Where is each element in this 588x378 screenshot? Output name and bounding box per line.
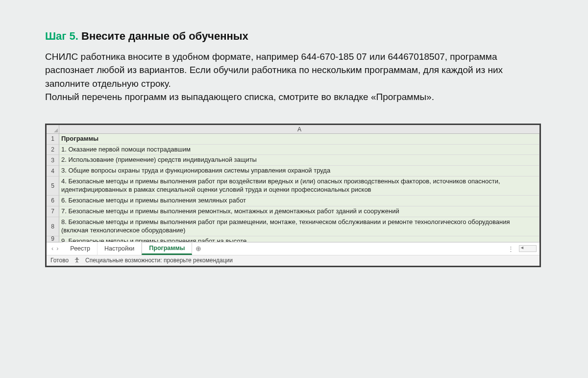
- row-number[interactable]: 3: [47, 155, 59, 166]
- step-heading: Шаг 5. Внесите данные об обученных: [45, 29, 543, 43]
- table-row: 54. Безопасные методы и приемы выполнени…: [47, 176, 539, 196]
- row-number[interactable]: 2: [47, 145, 59, 155]
- status-ready: Готово: [50, 257, 69, 264]
- sheet-tab[interactable]: Настройки: [98, 242, 142, 255]
- cell[interactable]: 9. Безопасные методы и приемы выполнения…: [59, 236, 539, 242]
- step-title: Внесите данные об обученных: [81, 30, 248, 42]
- status-accessibility[interactable]: Специальные возможности: проверьте реком…: [85, 257, 233, 264]
- table-row: 43. Общие вопросы охраны труда и функцио…: [47, 166, 539, 176]
- cell[interactable]: 3. Общие вопросы охраны труда и функцион…: [59, 166, 539, 176]
- svg-point-0: [76, 258, 77, 259]
- intro-line-2: Полный перечень программ из выпадающего …: [45, 92, 434, 102]
- table-row: 77. Безопасные методы и приемы выполнени…: [47, 206, 539, 217]
- accessibility-icon[interactable]: [74, 257, 80, 264]
- add-sheet-button[interactable]: ⊕: [192, 245, 205, 252]
- intro-text: СНИЛС работника вносите в удобном формат…: [45, 50, 535, 104]
- tab-next-icon[interactable]: ›: [56, 245, 58, 252]
- table-row: 32. Использование (применение) средств и…: [47, 155, 539, 166]
- intro-line-1: СНИЛС работника вносите в удобном формат…: [45, 51, 503, 89]
- excel-screenshot: A 1Программы21. Оказание первой помощи п…: [45, 124, 541, 267]
- row-number[interactable]: 6: [47, 196, 59, 206]
- row-number[interactable]: 8: [47, 217, 59, 236]
- cell[interactable]: 2. Использование (применение) средств ин…: [59, 155, 539, 166]
- cell[interactable]: 8. Безопасные методы и приемы выполнения…: [59, 217, 539, 236]
- cell-header[interactable]: Программы: [59, 134, 539, 145]
- sheet-tab[interactable]: Реестр: [63, 242, 98, 255]
- row-number[interactable]: 9: [47, 236, 59, 242]
- spreadsheet-grid: A 1Программы21. Оказание первой помощи п…: [47, 125, 539, 242]
- table-row: 1Программы: [47, 134, 539, 145]
- column-header-row: A: [47, 125, 539, 134]
- table-row: 99. Безопасные методы и приемы выполнени…: [47, 236, 539, 242]
- select-all-corner[interactable]: [47, 125, 59, 134]
- table-row: 66. Безопасные методы и приемы выполнени…: [47, 196, 539, 206]
- tab-options-icon[interactable]: ⋮: [504, 245, 519, 252]
- cell[interactable]: 4. Безопасные методы и приемы выполнения…: [59, 176, 539, 196]
- horizontal-scrollbar[interactable]: [519, 245, 537, 252]
- row-number[interactable]: 4: [47, 166, 59, 176]
- status-bar: Готово Специальные возможности: проверьт…: [47, 255, 539, 266]
- row-number[interactable]: 1: [47, 134, 59, 145]
- row-number[interactable]: 7: [47, 206, 59, 217]
- cell[interactable]: 7. Безопасные методы и приемы выполнения…: [59, 206, 539, 217]
- sheet-tab[interactable]: Программы: [142, 242, 192, 255]
- sheet-tab-strip: ‹ › РеестрНастройкиПрограммы ⊕ ⋮: [47, 242, 539, 255]
- cell[interactable]: 1. Оказание первой помощи пострадавшим: [59, 145, 539, 155]
- cell[interactable]: 6. Безопасные методы и приемы выполнения…: [59, 196, 539, 206]
- tab-prev-icon[interactable]: ‹: [51, 245, 53, 252]
- table-row: 88. Безопасные методы и приемы выполнени…: [47, 217, 539, 236]
- step-number: Шаг 5.: [45, 30, 78, 42]
- row-number[interactable]: 5: [47, 176, 59, 196]
- table-row: 21. Оказание первой помощи пострадавшим: [47, 145, 539, 155]
- tab-nav-arrows[interactable]: ‹ ›: [47, 245, 63, 252]
- column-header-a[interactable]: A: [59, 125, 539, 134]
